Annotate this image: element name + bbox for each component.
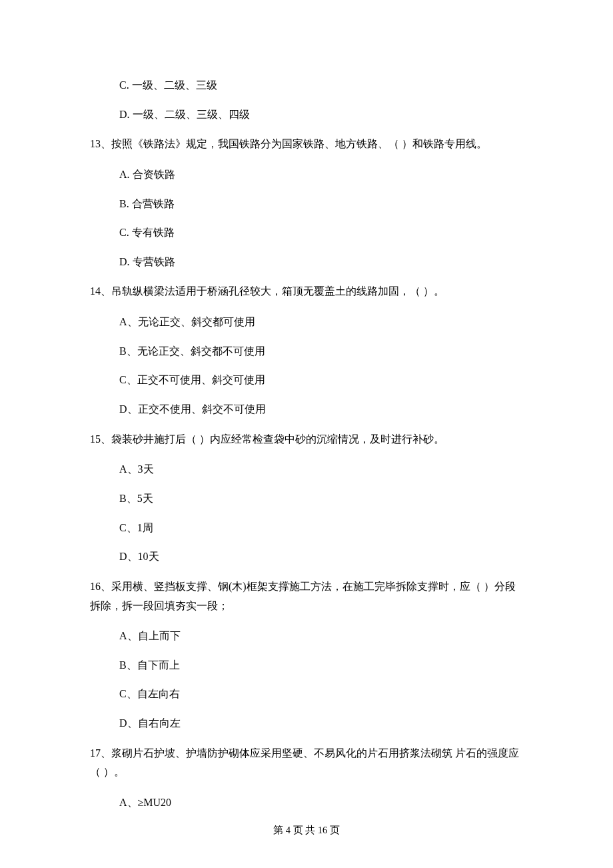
- document-page: C. 一级、二级、三级 D. 一级、二级、三级、四级 13、按照《铁路法》规定，…: [0, 0, 613, 868]
- option-text: C. 一级、二级、三级: [119, 77, 523, 94]
- option-text: B. 合营铁路: [119, 195, 523, 213]
- question-stem: 17、浆砌片石护坡、护墙防护砌体应采用坚硬、不易风化的片石用挤浆法砌筑 片石的强…: [90, 744, 523, 783]
- option-text: D、自右向左: [119, 715, 523, 732]
- option-text: D、正交不使用、斜交不可使用: [119, 401, 523, 418]
- option-text: A. 合资铁路: [119, 166, 523, 183]
- option-text: D、10天: [119, 548, 523, 565]
- option-text: B、自下而上: [119, 657, 523, 674]
- option-text: A、自上而下: [119, 627, 523, 645]
- option-text: C、自左向右: [119, 685, 523, 703]
- question-15: 15、袋装砂井施打后（ ）内应经常检查袋中砂的沉缩情况，及时进行补砂。 A、3天…: [90, 430, 523, 565]
- question-stem: 15、袋装砂井施打后（ ）内应经常检查袋中砂的沉缩情况，及时进行补砂。: [90, 430, 523, 449]
- question-17: 17、浆砌片石护坡、护墙防护砌体应采用坚硬、不易风化的片石用挤浆法砌筑 片石的强…: [90, 744, 523, 811]
- option-text: D. 一级、二级、三级、四级: [119, 106, 523, 123]
- question-stem: 16、采用横、竖挡板支撑、钢(木)框架支撑施工方法，在施工完毕拆除支撑时，应（ …: [90, 577, 523, 616]
- question-stem: 14、吊轨纵横梁法适用于桥涵孔径较大，箱顶无覆盖土的线路加固，（ ）。: [90, 282, 523, 301]
- option-text: D. 专营铁路: [119, 253, 523, 271]
- option-text: C. 专有铁路: [119, 224, 523, 241]
- page-number: 第 4 页 共 16 页: [90, 823, 523, 838]
- option-text: C、1周: [119, 519, 523, 537]
- option-text: B、5天: [119, 490, 523, 507]
- question-stem: 13、按照《铁路法》规定，我国铁路分为国家铁路、地方铁路、（ ）和铁路专用线。: [90, 135, 523, 154]
- option-text: C、正交不可使用、斜交可使用: [119, 371, 523, 389]
- option-text: A、3天: [119, 461, 523, 478]
- question-13: 13、按照《铁路法》规定，我国铁路分为国家铁路、地方铁路、（ ）和铁路专用线。 …: [90, 135, 523, 270]
- question-14: 14、吊轨纵横梁法适用于桥涵孔径较大，箱顶无覆盖土的线路加固，（ ）。 A、无论…: [90, 282, 523, 417]
- orphan-options-block: C. 一级、二级、三级 D. 一级、二级、三级、四级: [90, 77, 523, 123]
- question-16: 16、采用横、竖挡板支撑、钢(木)框架支撑施工方法，在施工完毕拆除支撑时，应（ …: [90, 577, 523, 732]
- option-text: A、≥MU20: [119, 794, 523, 811]
- option-text: B、无论正交、斜交都不可使用: [119, 343, 523, 360]
- option-text: A、无论正交、斜交都可使用: [119, 313, 523, 331]
